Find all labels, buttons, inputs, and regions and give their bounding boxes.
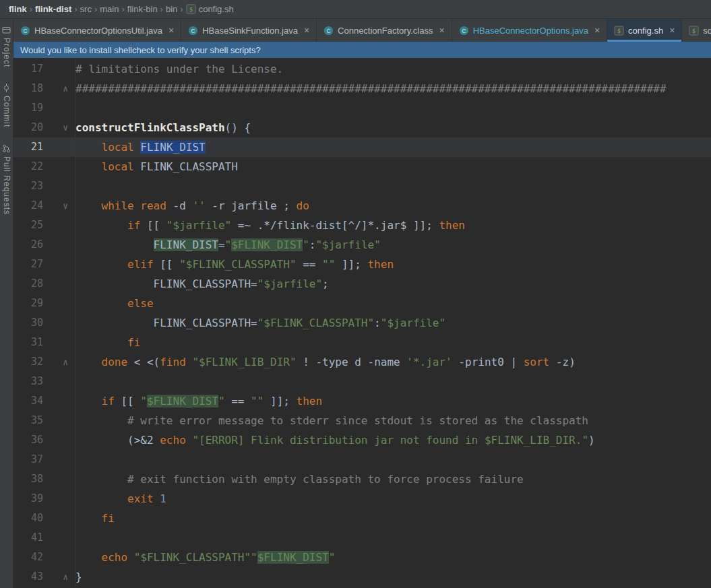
code-text	[75, 98, 711, 118]
code-line[interactable]: 17# limitations under the License.	[13, 59, 711, 79]
tab-close-icon[interactable]: ×	[594, 26, 600, 35]
tab-hbaseconnectoroptions-java[interactable]: CHBaseConnectorOptions.java×	[452, 19, 607, 42]
class-icon: C	[20, 26, 30, 36]
code-line[interactable]: 21 local FLINK_DIST	[13, 137, 711, 157]
code-line[interactable]: 39 exit 1	[13, 489, 711, 509]
code-line[interactable]: 24∨ while read -d '' -r jarfile ; do	[13, 196, 711, 216]
tab-hbaseconnectoroptionsutil-java[interactable]: CHBaseConnectorOptionsUtil.java×	[13, 19, 181, 42]
code-line[interactable]: 20∨constructFlinkClassPath() {	[13, 118, 711, 137]
code-line[interactable]: 37	[13, 450, 711, 469]
code-text: # exit function with empty classpath to …	[75, 469, 711, 489]
tool-window-button-pull-requests[interactable]: Pull Requests	[2, 144, 11, 215]
fold-marker-icon[interactable]: ∧	[43, 352, 75, 372]
fold-gutter	[43, 274, 75, 294]
line-number: 37	[13, 450, 43, 469]
code-text: }	[75, 567, 711, 587]
fold-gutter	[43, 391, 75, 411]
breadcrumb-item-bin[interactable]: bin	[164, 4, 179, 14]
code-line[interactable]: 19	[13, 98, 711, 118]
fold-gutter	[43, 59, 75, 79]
code-text: FLINK_CLASSPATH="$FLINK_CLASSPATH":"$jar…	[75, 313, 711, 333]
line-number: 28	[13, 274, 43, 294]
tab-close-icon[interactable]: ×	[304, 26, 309, 35]
code-text: # write error message to stderr since st…	[75, 411, 711, 430]
code-line[interactable]: 33	[13, 372, 711, 391]
code-line[interactable]: 40 fi	[13, 509, 711, 528]
tab-sql-client-sh[interactable]: $sql-client.sh	[682, 19, 711, 42]
fold-gutter	[43, 176, 75, 196]
line-number: 38	[13, 469, 43, 489]
fold-gutter	[43, 509, 75, 528]
code-line[interactable]: 34 if [[ "$FLINK_DIST" == "" ]]; then	[13, 391, 711, 411]
fold-gutter	[43, 294, 75, 313]
tool-window-label: Project	[2, 38, 11, 67]
code-line[interactable]: 35 # write error message to stderr since…	[13, 411, 711, 430]
tab-hbasesinkfunction-java[interactable]: CHBaseSinkFunction.java×	[181, 19, 317, 42]
fold-gutter	[43, 430, 75, 450]
code-line[interactable]: 29 else	[13, 294, 711, 313]
line-number: 30	[13, 313, 43, 333]
tab-label: config.sh	[628, 26, 663, 36]
tab-close-icon[interactable]: ×	[168, 26, 174, 35]
main-area: ProjectCommitPull Requests CHBaseConnect…	[0, 19, 711, 588]
code-line[interactable]: 43∧}	[13, 567, 711, 587]
code-line[interactable]: 27 elif [[ "$FLINK_CLASSPATH" == "" ]]; …	[13, 255, 711, 274]
commit-icon	[2, 84, 11, 92]
code-line[interactable]: 36 (>&2 echo "[ERROR] Flink distribution…	[13, 430, 711, 450]
code-line[interactable]: 38 # exit function with empty classpath …	[13, 469, 711, 489]
class-icon: C	[188, 26, 198, 36]
tool-window-button-commit[interactable]: Commit	[2, 84, 11, 127]
breadcrumb-item-flink-dist[interactable]: flink-dist	[33, 4, 73, 14]
code-line[interactable]: 22 local FLINK_CLASSPATH	[13, 157, 711, 176]
code-line[interactable]: 32∧ done < <(find "$FLINK_LIB_DIR" ! -ty…	[13, 352, 711, 372]
code-line[interactable]: 23	[13, 176, 711, 196]
breadcrumb-item-flink[interactable]: flink	[7, 4, 29, 14]
breadcrumb-item-config-sh[interactable]: $config.sh	[184, 4, 236, 14]
notification-banner: Would you like to install shellcheck to …	[13, 42, 711, 58]
code-text	[75, 450, 711, 469]
line-number: 18	[13, 79, 43, 98]
code-line[interactable]: 26 FLINK_DIST="$FLINK_DIST":"$jarfile"	[13, 235, 711, 255]
fold-gutter	[43, 372, 75, 391]
code-line[interactable]: 18∧#####################################…	[13, 79, 711, 98]
breadcrumb-item-src[interactable]: src	[78, 4, 94, 14]
line-number: 43	[13, 567, 43, 587]
code-text: else	[75, 294, 711, 313]
code-text: local FLINK_CLASSPATH	[75, 157, 711, 176]
fold-marker-icon[interactable]: ∨	[43, 118, 75, 137]
code-editor[interactable]: 17# limitations under the License.18∧###…	[13, 58, 711, 588]
line-number: 33	[13, 372, 43, 391]
tab-label: HBaseConnectorOptions.java	[473, 26, 588, 36]
tab-close-icon[interactable]: ×	[439, 26, 444, 35]
code-text: done < <(find "$FLINK_LIB_DIR" ! -type d…	[75, 352, 711, 372]
fold-gutter	[43, 98, 75, 118]
code-text: ########################################…	[75, 79, 711, 98]
fold-marker-icon[interactable]: ∧	[43, 567, 75, 587]
breadcrumb-item-flink-bin[interactable]: flink-bin	[125, 4, 160, 14]
breadcrumb-item-main[interactable]: main	[98, 4, 121, 14]
fold-marker-icon[interactable]: ∨	[43, 196, 75, 216]
code-line[interactable]: 41	[13, 528, 711, 548]
tab-connectionfactory-class[interactable]: CConnectionFactory.class×	[317, 19, 452, 42]
code-line[interactable]: 30 FLINK_CLASSPATH="$FLINK_CLASSPATH":"$…	[13, 313, 711, 333]
code-line[interactable]: 25 if [[ "$jarfile" =~ .*/flink-dist[^/]…	[13, 216, 711, 235]
code-line[interactable]: 28 FLINK_CLASSPATH="$jarfile";	[13, 274, 711, 294]
tool-window-button-project[interactable]: Project	[2, 26, 11, 67]
svg-text:C: C	[191, 27, 195, 34]
line-number: 42	[13, 548, 43, 567]
line-number: 26	[13, 235, 43, 255]
line-number: 22	[13, 157, 43, 176]
fold-marker-icon[interactable]: ∧	[43, 79, 75, 98]
code-line[interactable]: 42 echo "$FLINK_CLASSPATH""$FLINK_DIST"	[13, 548, 711, 567]
fold-gutter	[43, 216, 75, 235]
line-number: 32	[13, 352, 43, 372]
line-number: 40	[13, 509, 43, 528]
tab-close-icon[interactable]: ×	[669, 26, 675, 35]
code-line[interactable]: 31 fi	[13, 333, 711, 352]
line-number: 39	[13, 489, 43, 509]
line-number: 35	[13, 411, 43, 430]
line-number: 31	[13, 333, 43, 352]
ide-window: flink›flink-dist›src›main›flink-bin›bin›…	[0, 0, 711, 588]
tab-config-sh[interactable]: $config.sh×	[607, 19, 682, 42]
line-number: 20	[13, 118, 43, 137]
